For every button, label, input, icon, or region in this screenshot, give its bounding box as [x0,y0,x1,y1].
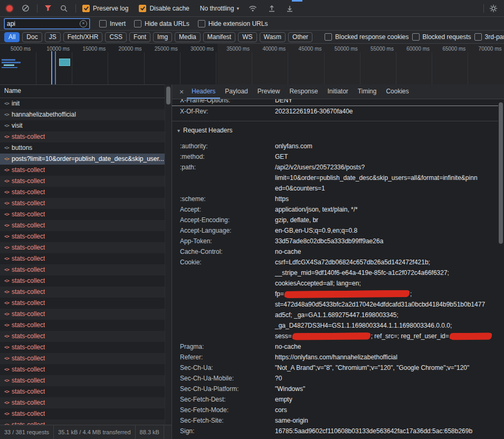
type-chip-all[interactable]: All [4,32,20,42]
filter-checkbox-hide-extension-urls[interactable]: Hide extension URLs [198,20,268,27]
header-row: Accept-Encoding:gzip, deflate, br [172,215,498,225]
type-chip-fetch-xhr[interactable]: Fetch/XHR [63,32,103,42]
header-value-line: __stripe_mid=9df140f6-e64a-419e-85fc-a1c… [275,268,492,278]
request-row[interactable]: <>stats-collect [0,375,165,386]
type-checkbox-blocked-response-cookies[interactable]: Blocked response cookies [325,33,408,41]
request-row[interactable]: <>stats-collect [0,287,165,298]
toolbar-divider [75,4,76,13]
header-value-line: https://onlyfans.com/hannahelizabethoffi… [275,352,397,362]
timeline-gridline [468,52,468,84]
request-row[interactable]: <>posts?limit=10&order=publish_date_desc… [0,154,165,165]
settings-gear-icon[interactable] [488,3,499,14]
type-chip-js[interactable]: JS [45,32,61,42]
type-chip-other[interactable]: Other [288,32,312,42]
header-name: Time: [172,436,275,439]
tab-payload[interactable]: Payload [220,84,252,99]
clear-button[interactable] [20,3,31,14]
request-row[interactable]: <>stats-collect [0,342,165,353]
request-list-panel: Name <>init<>hannahelizabethofficial<>vi… [0,84,172,439]
type-chip-ws[interactable]: WS [238,32,256,42]
request-row[interactable]: <>buttons [0,142,165,154]
request-row[interactable]: <>stats-collect [0,176,165,187]
request-row[interactable]: <>stats-collect [0,298,165,309]
preserve-log-checkbox[interactable]: Preserve log [82,5,128,12]
filter-checkbox-hide-data-urls[interactable]: Hide data URLs [134,20,189,27]
request-row[interactable]: <>stats-collect [0,187,165,198]
request-row[interactable]: <>stats-collect [0,353,165,364]
type-chip-media[interactable]: Media [175,32,201,42]
header-value-line: ?0 [275,373,282,384]
header-value: no-cache [275,246,301,257]
tab-cookies[interactable]: Cookies [381,84,413,99]
tab-headers[interactable]: Headers [187,84,220,99]
tab-preview[interactable]: Preview [253,84,285,99]
header-value-text: empty [275,396,292,403]
type-chip-doc[interactable]: Doc [22,32,42,42]
request-row[interactable]: <>stats-collect [0,320,165,331]
tab-initiator[interactable]: Initiator [322,84,353,99]
timeline-overview[interactable]: 5000 ms10000 ms15000 ms20000 ms25000 ms3… [0,44,504,85]
clear-filter-icon[interactable]: × [80,20,87,27]
disable-cache-checkbox[interactable]: Disable cache [139,5,189,12]
request-row[interactable]: <>stats-collect [0,242,165,253]
filter-checkbox-invert[interactable]: Invert [99,20,126,27]
request-row[interactable]: <>stats-collect [0,253,165,264]
header-value-text: __stripe_mid=9df140f6-e64a-419e-85fc-a1c… [275,269,449,276]
scrollbar-thumb[interactable] [499,102,503,244]
timeline-marker-line [51,51,52,84]
filter-checkbox-invert-label: Invert [110,20,126,27]
filter-input[interactable]: api × [4,18,90,29]
import-har-icon[interactable] [267,3,277,14]
request-list-scrollbar[interactable] [165,84,172,425]
request-row[interactable]: <>hannahelizabethofficial [0,109,165,120]
resource-type-icon: <> [4,298,12,309]
type-chip-wasm[interactable]: Wasm [260,32,286,42]
type-chip-manifest[interactable]: Manifest [203,32,235,42]
request-row[interactable]: <>stats-collect [0,165,165,176]
header-row: :authority:onlyfans.com [172,141,498,151]
header-value-line: empty [275,394,292,405]
request-row[interactable]: <>stats-collect [0,364,165,375]
request-row[interactable]: <>stats-collect [0,131,165,142]
request-row[interactable]: <>stats-collect [0,309,165,320]
triangle-down-icon: ▾ [177,128,180,133]
filter-funnel-icon[interactable] [43,3,53,14]
request-row[interactable]: <>stats-collect [0,209,165,220]
throttling-dropdown[interactable]: No throttling ▾ [200,5,239,12]
request-row[interactable]: <>stats-collect [0,220,165,231]
type-chip-css[interactable]: CSS [105,32,127,42]
search-icon[interactable] [59,3,69,14]
close-detail-icon[interactable]: × [176,88,187,96]
request-name: stats-collect [12,386,45,397]
network-conditions-icon[interactable] [248,3,258,14]
request-row[interactable]: <>stats-collect [0,408,165,419]
header-value-text: ?0 [275,375,282,382]
request-row[interactable]: <>stats-collect [0,231,165,242]
name-column-header[interactable]: Name [0,84,172,98]
request-headers-section-toggle[interactable]: ▾Request Headers [172,121,498,141]
export-har-icon[interactable] [284,3,295,14]
request-rows: <>init<>hannahelizabethofficial<>visit<>… [0,98,165,425]
record-button[interactable] [6,5,13,12]
type-chip-img[interactable]: Img [153,32,172,42]
header-value-text: "Not_A Brand";v="8", "Chromium";v="120",… [275,364,469,371]
tab-response[interactable]: Response [284,84,322,99]
request-row[interactable]: <>init [0,98,165,109]
header-value-line: 1703636799438 [275,436,321,439]
request-row[interactable]: <>stats-collect [0,397,165,408]
resource-type-icon: <> [4,342,12,353]
scrollbar-thumb[interactable] [166,87,170,104]
request-row[interactable]: <>stats-collect [0,275,165,287]
header-value: csrf=LdfcGX4Sa72db06824c657db26a5d142472… [275,257,492,341]
type-checkbox-blocked-requests[interactable]: Blocked requests [412,33,471,41]
request-row[interactable]: <>visit [0,120,165,131]
type-checkbox-3rd-party-requests[interactable]: 3rd-party requests [474,33,504,41]
type-chip-font[interactable]: Font [129,32,150,42]
resource-type-icon: <> [4,320,12,331]
request-row[interactable]: <>stats-collect [0,264,165,275]
tab-timing[interactable]: Timing [353,84,382,99]
request-row[interactable]: <>stats-collect [0,198,165,209]
request-row[interactable]: <>stats-collect [0,386,165,397]
request-row[interactable]: <>stats-collect [0,331,165,342]
detail-scrollbar[interactable] [498,99,504,439]
